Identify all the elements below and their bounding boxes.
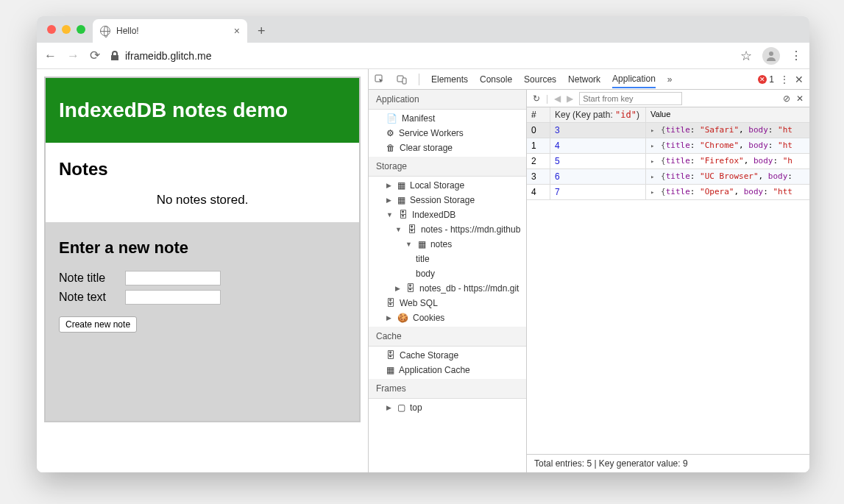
forward-icon[interactable]: → bbox=[67, 49, 79, 63]
data-panel: ↻ | ◀ ▶ ⊘ ✕ # Key (Key path: "id") Value bbox=[527, 90, 809, 472]
sidebar-item-index-title[interactable]: title bbox=[369, 252, 526, 266]
sidebar-item-session-storage[interactable]: ▶▦Session Storage bbox=[369, 193, 526, 207]
lock-icon bbox=[110, 51, 119, 61]
notes-heading: Notes bbox=[46, 143, 359, 184]
device-icon[interactable] bbox=[397, 74, 407, 85]
delete-icon[interactable]: ✕ bbox=[796, 93, 804, 104]
close-devtools-icon[interactable]: ✕ bbox=[795, 74, 804, 85]
url-field[interactable]: iframeidb.glitch.me bbox=[110, 50, 730, 62]
devtools-tabs: Elements Console Sources Network Applica… bbox=[369, 69, 809, 90]
database-icon: 🗄 bbox=[406, 283, 415, 294]
section-storage: Storage bbox=[369, 157, 526, 177]
clear-icon[interactable]: ⊘ bbox=[783, 93, 790, 104]
data-row[interactable]: 25▸ {title: "Firefox", body: "h bbox=[527, 154, 809, 169]
chevron-down-icon: ▼ bbox=[395, 226, 402, 233]
note-text-input[interactable] bbox=[125, 290, 221, 305]
refresh-icon[interactable]: ↻ bbox=[533, 93, 540, 104]
data-row[interactable]: 47▸ {title: "Opera", body: "htt bbox=[527, 185, 809, 200]
page-title: IndexedDB notes demo bbox=[46, 78, 359, 143]
row-key: 3 bbox=[550, 123, 646, 138]
tab-network[interactable]: Network bbox=[568, 74, 600, 85]
data-row[interactable]: 03▸ {title: "Safari", body: "ht bbox=[527, 123, 809, 138]
row-key: 4 bbox=[550, 138, 646, 153]
content-area: IndexedDB notes demo Notes No notes stor… bbox=[37, 69, 809, 472]
note-text-label: Note text bbox=[59, 291, 125, 304]
create-note-button[interactable]: Create new note bbox=[59, 316, 137, 333]
devtools-panel: Elements Console Sources Network Applica… bbox=[368, 69, 809, 472]
data-row[interactable]: 14▸ {title: "Chrome", body: "ht bbox=[527, 138, 809, 154]
menu-icon[interactable]: ⋮ bbox=[790, 49, 802, 63]
tab-application[interactable]: Application bbox=[612, 74, 656, 88]
form-heading: Enter a new note bbox=[59, 238, 346, 258]
col-header-index[interactable]: # bbox=[527, 107, 550, 122]
key-gen-value: 9 bbox=[683, 458, 688, 469]
tab-elements[interactable]: Elements bbox=[431, 74, 468, 85]
sidebar-item-app-cache[interactable]: ▦Application Cache bbox=[369, 363, 526, 377]
col-header-key[interactable]: Key (Key path: "id") bbox=[550, 107, 646, 122]
inspect-icon[interactable] bbox=[375, 74, 385, 85]
more-tabs-icon[interactable]: » bbox=[667, 74, 673, 85]
tab-title: Hello! bbox=[116, 26, 139, 36]
sidebar-item-index-body[interactable]: body bbox=[369, 266, 526, 281]
grid-icon: ▦ bbox=[397, 195, 405, 205]
row-index: 2 bbox=[527, 154, 550, 168]
prev-page-icon[interactable]: ◀ bbox=[554, 93, 561, 104]
sidebar-item-db-notesdb[interactable]: ▶🗄notes_db - https://mdn.git bbox=[369, 281, 526, 296]
data-footer: Total entries: 5 | Key generator value: … bbox=[527, 454, 809, 472]
data-row[interactable]: 36▸ {title: "UC Browser", body: bbox=[527, 169, 809, 185]
grid-icon: ▦ bbox=[397, 180, 405, 191]
empty-state-text: No notes stored. bbox=[46, 184, 359, 222]
section-frames: Frames bbox=[369, 379, 526, 399]
tab-console[interactable]: Console bbox=[480, 74, 512, 85]
new-tab-icon[interactable]: + bbox=[258, 24, 266, 39]
close-tab-icon[interactable]: × bbox=[234, 25, 240, 37]
note-title-input[interactable] bbox=[125, 271, 221, 285]
start-from-key-input[interactable] bbox=[579, 92, 682, 105]
profile-icon[interactable] bbox=[762, 47, 780, 65]
divider bbox=[419, 74, 419, 85]
sidebar-item-db-notes[interactable]: ▼🗄notes - https://mdn.github bbox=[369, 222, 526, 237]
file-icon: 📄 bbox=[386, 113, 397, 124]
chevron-right-icon: ▶ bbox=[386, 314, 391, 322]
row-key: 7 bbox=[550, 185, 646, 199]
sidebar-item-objectstore-notes[interactable]: ▼▦notes bbox=[369, 237, 526, 252]
gear-icon: ⚙ bbox=[386, 128, 394, 138]
chevron-down-icon: ▼ bbox=[405, 241, 412, 248]
devtools-body: Application 📄Manifest ⚙Service Workers 🗑… bbox=[369, 90, 809, 472]
row-value: ▸ {title: "UC Browser", body: bbox=[646, 169, 809, 184]
cookie-icon: 🍪 bbox=[397, 313, 408, 323]
col-header-value[interactable]: Value bbox=[646, 107, 809, 122]
settings-icon[interactable]: ⋮ bbox=[780, 74, 789, 85]
sidebar-item-clear-storage[interactable]: 🗑Clear storage bbox=[369, 141, 526, 155]
sidebar-item-indexeddb[interactable]: ▼🗄IndexedDB bbox=[369, 207, 526, 222]
sidebar-item-local-storage[interactable]: ▶▦Local Storage bbox=[369, 178, 526, 193]
star-icon[interactable]: ☆ bbox=[740, 48, 752, 64]
grid-icon: ▦ bbox=[418, 239, 426, 249]
sidebar-item-websql[interactable]: 🗄Web SQL bbox=[369, 296, 526, 310]
minimize-window-icon[interactable] bbox=[62, 25, 71, 34]
divider: | bbox=[546, 93, 548, 104]
tab-sources[interactable]: Sources bbox=[524, 74, 556, 85]
sidebar-item-manifest[interactable]: 📄Manifest bbox=[369, 111, 526, 126]
back-icon[interactable]: ← bbox=[44, 49, 57, 63]
maximize-window-icon[interactable] bbox=[77, 25, 85, 34]
row-value: ▸ {title: "Safari", body: "ht bbox=[646, 123, 809, 138]
sidebar-item-cookies[interactable]: ▶🍪Cookies bbox=[369, 310, 526, 325]
sidebar-item-frame-top[interactable]: ▶▢top bbox=[369, 400, 526, 415]
row-key: 5 bbox=[550, 154, 646, 168]
sidebar-item-cache-storage[interactable]: 🗄Cache Storage bbox=[369, 348, 526, 363]
new-note-form: Enter a new note Note title Note text Cr… bbox=[46, 222, 359, 421]
next-page-icon[interactable]: ▶ bbox=[567, 93, 573, 104]
reload-icon[interactable]: ⟳ bbox=[90, 48, 100, 63]
data-header-row: # Key (Key path: "id") Value bbox=[527, 107, 809, 123]
grid-icon: ▦ bbox=[386, 365, 394, 375]
toolbar-right: ☆ ⋮ bbox=[740, 47, 802, 65]
sidebar-item-service-workers[interactable]: ⚙Service Workers bbox=[369, 126, 526, 141]
page-viewport: IndexedDB notes demo Notes No notes stor… bbox=[37, 69, 368, 472]
error-badge[interactable]: ✕ 1 bbox=[758, 74, 774, 85]
browser-tab[interactable]: Hello! × bbox=[93, 19, 247, 43]
total-entries: 5 bbox=[586, 458, 592, 469]
close-window-icon[interactable] bbox=[47, 25, 56, 34]
row-index: 1 bbox=[527, 138, 550, 153]
database-icon: 🗄 bbox=[386, 298, 395, 308]
